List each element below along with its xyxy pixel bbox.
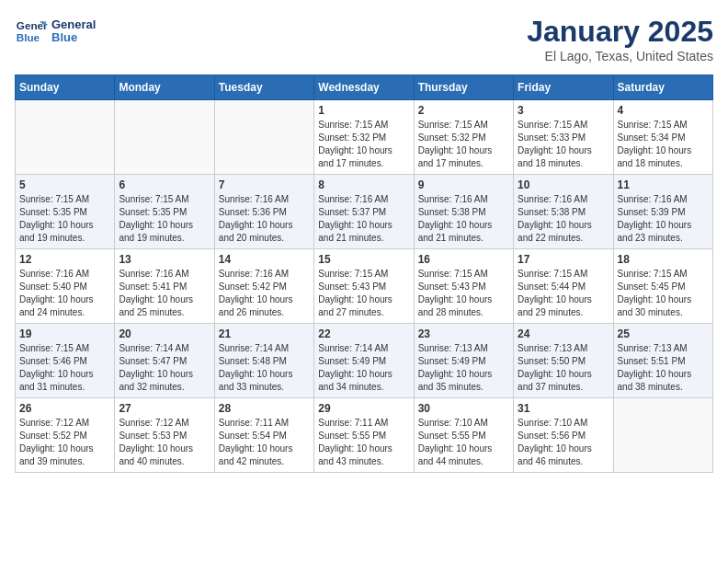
day-number: 7 bbox=[219, 178, 310, 191]
day-number: 31 bbox=[518, 402, 609, 415]
day-cell: 23Sunrise: 7:13 AMSunset: 5:49 PMDayligh… bbox=[414, 324, 513, 398]
day-number: 10 bbox=[518, 178, 609, 191]
week-row-1: 1Sunrise: 7:15 AMSunset: 5:32 PMDaylight… bbox=[16, 100, 713, 175]
week-row-4: 19Sunrise: 7:15 AMSunset: 5:46 PMDayligh… bbox=[16, 324, 713, 398]
day-cell: 13Sunrise: 7:16 AMSunset: 5:41 PMDayligh… bbox=[115, 249, 214, 324]
day-info: Sunrise: 7:16 AMSunset: 5:38 PMDaylight:… bbox=[518, 193, 609, 245]
day-number: 17 bbox=[518, 253, 609, 266]
day-number: 9 bbox=[418, 178, 509, 191]
logo-line1: General bbox=[51, 18, 96, 31]
logo-icon: General Blue bbox=[15, 15, 48, 48]
day-number: 30 bbox=[418, 402, 509, 415]
day-info: Sunrise: 7:12 AMSunset: 5:53 PMDaylight:… bbox=[119, 417, 210, 468]
day-number: 20 bbox=[119, 327, 210, 340]
day-info: Sunrise: 7:10 AMSunset: 5:55 PMDaylight:… bbox=[418, 417, 509, 468]
day-info: Sunrise: 7:16 AMSunset: 5:41 PMDaylight:… bbox=[119, 268, 210, 319]
day-number: 4 bbox=[618, 104, 709, 117]
title-block: January 2025 El Lago, Texas, United Stat… bbox=[527, 15, 713, 63]
day-cell: 16Sunrise: 7:15 AMSunset: 5:43 PMDayligh… bbox=[414, 249, 513, 324]
day-info: Sunrise: 7:14 AMSunset: 5:49 PMDaylight:… bbox=[318, 342, 409, 394]
day-number: 27 bbox=[119, 402, 210, 415]
day-info: Sunrise: 7:12 AMSunset: 5:52 PMDaylight:… bbox=[19, 417, 110, 468]
day-info: Sunrise: 7:15 AMSunset: 5:35 PMDaylight:… bbox=[119, 193, 210, 245]
day-info: Sunrise: 7:15 AMSunset: 5:44 PMDaylight:… bbox=[518, 268, 609, 319]
day-number: 2 bbox=[418, 104, 509, 117]
day-number: 18 bbox=[618, 253, 709, 266]
day-info: Sunrise: 7:15 AMSunset: 5:35 PMDaylight:… bbox=[19, 193, 110, 245]
day-info: Sunrise: 7:16 AMSunset: 5:37 PMDaylight:… bbox=[318, 193, 409, 245]
day-cell: 2Sunrise: 7:15 AMSunset: 5:32 PMDaylight… bbox=[414, 100, 513, 175]
day-info: Sunrise: 7:15 AMSunset: 5:43 PMDaylight:… bbox=[418, 268, 509, 319]
day-cell: 21Sunrise: 7:14 AMSunset: 5:48 PMDayligh… bbox=[214, 324, 313, 398]
day-number: 14 bbox=[219, 253, 310, 266]
day-info: Sunrise: 7:15 AMSunset: 5:33 PMDaylight:… bbox=[518, 119, 609, 170]
day-cell bbox=[16, 100, 115, 175]
day-cell: 18Sunrise: 7:15 AMSunset: 5:45 PMDayligh… bbox=[613, 249, 712, 324]
day-cell: 26Sunrise: 7:12 AMSunset: 5:52 PMDayligh… bbox=[16, 398, 115, 473]
day-number: 25 bbox=[618, 327, 709, 340]
day-number: 5 bbox=[19, 178, 110, 191]
day-cell: 4Sunrise: 7:15 AMSunset: 5:34 PMDaylight… bbox=[613, 100, 712, 175]
day-cell bbox=[613, 398, 712, 473]
location: El Lago, Texas, United States bbox=[527, 49, 713, 63]
day-cell: 28Sunrise: 7:11 AMSunset: 5:54 PMDayligh… bbox=[214, 398, 313, 473]
day-info: Sunrise: 7:13 AMSunset: 5:49 PMDaylight:… bbox=[418, 342, 509, 394]
page-header: General Blue General Blue January 2025 E… bbox=[15, 15, 713, 63]
weekday-header-tuesday: Tuesday bbox=[214, 75, 313, 100]
day-cell: 6Sunrise: 7:15 AMSunset: 5:35 PMDaylight… bbox=[115, 175, 214, 249]
weekday-header-thursday: Thursday bbox=[414, 75, 513, 100]
day-info: Sunrise: 7:14 AMSunset: 5:47 PMDaylight:… bbox=[119, 342, 210, 394]
day-number: 13 bbox=[119, 253, 210, 266]
day-cell: 10Sunrise: 7:16 AMSunset: 5:38 PMDayligh… bbox=[514, 175, 613, 249]
day-info: Sunrise: 7:16 AMSunset: 5:36 PMDaylight:… bbox=[219, 193, 310, 245]
weekday-header-friday: Friday bbox=[514, 75, 613, 100]
calendar: SundayMondayTuesdayWednesdayThursdayFrid… bbox=[15, 75, 713, 473]
week-row-5: 26Sunrise: 7:12 AMSunset: 5:52 PMDayligh… bbox=[16, 398, 713, 473]
day-info: Sunrise: 7:16 AMSunset: 5:39 PMDaylight:… bbox=[618, 193, 709, 245]
logo: General Blue General Blue bbox=[15, 15, 96, 48]
day-info: Sunrise: 7:13 AMSunset: 5:51 PMDaylight:… bbox=[618, 342, 709, 394]
day-info: Sunrise: 7:11 AMSunset: 5:55 PMDaylight:… bbox=[318, 417, 409, 468]
day-cell: 24Sunrise: 7:13 AMSunset: 5:50 PMDayligh… bbox=[514, 324, 613, 398]
logo-line2: Blue bbox=[51, 31, 96, 44]
weekday-header-row: SundayMondayTuesdayWednesdayThursdayFrid… bbox=[16, 75, 713, 100]
day-cell: 7Sunrise: 7:16 AMSunset: 5:36 PMDaylight… bbox=[214, 175, 313, 249]
day-cell: 25Sunrise: 7:13 AMSunset: 5:51 PMDayligh… bbox=[613, 324, 712, 398]
day-info: Sunrise: 7:16 AMSunset: 5:42 PMDaylight:… bbox=[219, 268, 310, 319]
day-number: 22 bbox=[318, 327, 409, 340]
week-row-2: 5Sunrise: 7:15 AMSunset: 5:35 PMDaylight… bbox=[16, 175, 713, 249]
day-number: 26 bbox=[19, 402, 110, 415]
weekday-header-wednesday: Wednesday bbox=[314, 75, 414, 100]
day-number: 21 bbox=[219, 327, 310, 340]
week-row-3: 12Sunrise: 7:16 AMSunset: 5:40 PMDayligh… bbox=[16, 249, 713, 324]
day-info: Sunrise: 7:15 AMSunset: 5:46 PMDaylight:… bbox=[19, 342, 110, 394]
month-title: January 2025 bbox=[527, 15, 713, 49]
day-info: Sunrise: 7:10 AMSunset: 5:56 PMDaylight:… bbox=[518, 417, 609, 468]
day-cell: 11Sunrise: 7:16 AMSunset: 5:39 PMDayligh… bbox=[613, 175, 712, 249]
day-cell: 20Sunrise: 7:14 AMSunset: 5:47 PMDayligh… bbox=[115, 324, 214, 398]
day-cell: 30Sunrise: 7:10 AMSunset: 5:55 PMDayligh… bbox=[414, 398, 513, 473]
svg-text:General: General bbox=[17, 19, 48, 31]
day-cell: 31Sunrise: 7:10 AMSunset: 5:56 PMDayligh… bbox=[514, 398, 613, 473]
day-number: 28 bbox=[219, 402, 310, 415]
day-cell: 8Sunrise: 7:16 AMSunset: 5:37 PMDaylight… bbox=[314, 175, 414, 249]
day-number: 19 bbox=[19, 327, 110, 340]
day-info: Sunrise: 7:16 AMSunset: 5:40 PMDaylight:… bbox=[19, 268, 110, 319]
weekday-header-saturday: Saturday bbox=[613, 75, 712, 100]
day-info: Sunrise: 7:11 AMSunset: 5:54 PMDaylight:… bbox=[219, 417, 310, 468]
day-cell: 9Sunrise: 7:16 AMSunset: 5:38 PMDaylight… bbox=[414, 175, 513, 249]
weekday-header-sunday: Sunday bbox=[16, 75, 115, 100]
day-cell: 5Sunrise: 7:15 AMSunset: 5:35 PMDaylight… bbox=[16, 175, 115, 249]
day-cell: 15Sunrise: 7:15 AMSunset: 5:43 PMDayligh… bbox=[314, 249, 414, 324]
day-cell: 29Sunrise: 7:11 AMSunset: 5:55 PMDayligh… bbox=[314, 398, 414, 473]
day-number: 3 bbox=[518, 104, 609, 117]
day-number: 16 bbox=[418, 253, 509, 266]
day-info: Sunrise: 7:16 AMSunset: 5:38 PMDaylight:… bbox=[418, 193, 509, 245]
svg-text:Blue: Blue bbox=[17, 31, 40, 43]
day-cell: 1Sunrise: 7:15 AMSunset: 5:32 PMDaylight… bbox=[314, 100, 414, 175]
day-cell: 17Sunrise: 7:15 AMSunset: 5:44 PMDayligh… bbox=[514, 249, 613, 324]
day-number: 1 bbox=[318, 104, 409, 117]
day-number: 23 bbox=[418, 327, 509, 340]
day-info: Sunrise: 7:15 AMSunset: 5:43 PMDaylight:… bbox=[318, 268, 409, 319]
day-info: Sunrise: 7:14 AMSunset: 5:48 PMDaylight:… bbox=[219, 342, 310, 394]
